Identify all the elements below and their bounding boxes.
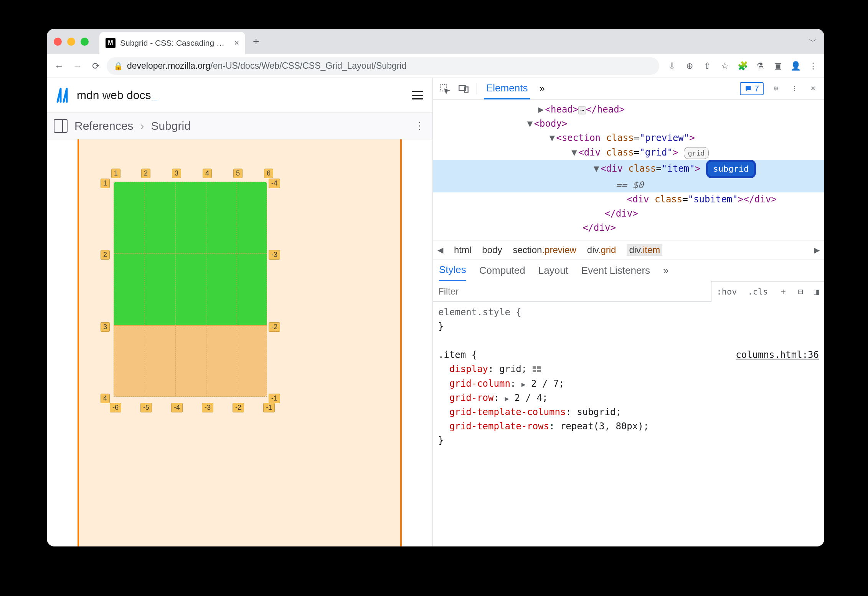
grid-line-label: -1 [269,394,280,403]
source-link[interactable]: columns.html:36 [736,348,819,362]
issues-badge[interactable]: 7 [740,82,764,95]
path-item[interactable]: html [454,245,471,255]
grid-line-label: -4 [269,179,280,188]
grid-line-label: 6 [264,169,273,178]
grid-line-label: 2 [141,169,150,178]
subgrid-badge[interactable]: subgrid [706,160,756,178]
minimize-window-button[interactable] [67,38,75,46]
computed-toggle-icon[interactable]: ⊟ [793,287,809,296]
tabs-overflow-icon[interactable]: » [537,78,547,99]
omnibox[interactable]: 🔒 developer.mozilla.org/en-US/docs/Web/C… [107,57,659,75]
grid-line-label: -4 [171,403,183,412]
grid-line-label: 4 [101,394,110,403]
toolbar-icons: ⇩ ⊕ ⇧ ☆ 🧩 ⚗ ▣ 👤 ⋮ [665,60,820,73]
url-text: developer.mozilla.org/en-US/docs/Web/CSS… [127,61,406,71]
chrome-tab-strip: M Subgrid - CSS: Cascading Style × + ﹀ [47,29,824,54]
styles-tabs: Styles Computed Layout Event Listeners » [433,260,824,281]
grid-line-label: -3 [202,403,213,412]
path-item-selected[interactable]: div.item [627,244,662,256]
breadcrumb-current: Subgrid [151,119,190,132]
tab-layout[interactable]: Layout [538,265,568,276]
share-icon[interactable]: ⇧ [701,60,714,73]
styles-rules[interactable]: element.style { } columns.html:36.item {… [433,302,824,451]
breadcrumb: References › Subgrid [74,119,191,132]
dom-tree[interactable]: ▶<head>⋯</head> ▼<body> ▼<section class=… [433,99,824,240]
chevron-right-icon: › [140,119,144,132]
page-actions-icon[interactable]: ⋯ [414,120,426,132]
tabs-overflow-icon[interactable]: » [663,265,668,276]
hov-toggle[interactable]: :hov [711,287,743,296]
chrome-menu-icon[interactable]: ⋮ [807,60,820,73]
profile-icon[interactable]: 👤 [789,60,802,73]
tab-event-listeners[interactable]: Event Listeners [581,265,650,276]
chevron-left-icon[interactable]: ◀ [437,245,443,255]
browser-tab[interactable]: M Subgrid - CSS: Cascading Style × [99,32,245,54]
menu-icon[interactable] [412,91,423,99]
grid-line-label: -6 [110,403,121,412]
cls-toggle[interactable]: .cls [743,287,774,296]
reload-button[interactable]: ⟳ [88,58,104,74]
path-item[interactable]: div.grid [587,245,616,255]
path-item[interactable]: section.preview [513,245,576,255]
sidebar-toggle-icon[interactable] [54,119,68,133]
styles-filter-row: :hov .cls ＋ ⊟ ◨ [433,281,824,302]
settings-icon[interactable]: ⚙ [770,83,782,95]
inspect-icon[interactable] [438,83,451,95]
grid-line-label: 1 [111,169,120,178]
labs-icon[interactable]: ⚗ [754,60,767,73]
tab-styles[interactable]: Styles [439,260,466,281]
grid-line-label: -3 [269,250,280,260]
back-button[interactable]: ← [51,58,67,74]
address-bar: ← → ⟳ 🔒 developer.mozilla.org/en-US/docs… [47,54,824,78]
close-window-button[interactable] [54,38,62,46]
tab-computed[interactable]: Computed [479,265,525,276]
devtools-menu-icon[interactable]: ⋮ [788,83,800,95]
devtools-panel: Elements » 7 ⚙ ⋮ ✕ ▶<head>⋯</head> [433,78,824,546]
sidepanel-icon[interactable]: ▣ [771,60,784,73]
grid-line-label: -1 [263,403,275,412]
grid-line-label: 1 [101,179,110,188]
path-item[interactable]: body [482,245,502,255]
forward-button[interactable]: → [70,58,85,74]
grid-line-label: 3 [101,322,110,332]
lock-icon: 🔒 [114,61,123,71]
window-controls [54,38,89,46]
page-content: mdn web docs_ References › Subgrid ⋯ [47,78,433,546]
devtools-close-icon[interactable]: ✕ [807,83,819,95]
tab-title: Subgrid - CSS: Cascading Style [120,38,229,48]
grid-icon[interactable] [533,366,541,372]
grid-line-label: -5 [140,403,152,412]
zoom-icon[interactable]: ⊕ [683,60,696,73]
browser-window: M Subgrid - CSS: Cascading Style × + ﹀ ←… [47,29,824,546]
maximize-window-button[interactable] [81,38,89,46]
example-preview: 1 2 3 4 5 6 1 2 3 4 -4 -3 -2 [47,139,432,546]
device-toggle-icon[interactable] [457,83,470,95]
mdn-logo-text: mdn web docs_ [77,89,157,102]
selected-dom-node[interactable]: ▼<div class="item"> subgrid [433,160,824,178]
dom-breadcrumb[interactable]: ◀ html body section.preview div.grid div… [433,240,824,260]
grid-overlay: 1 2 3 4 5 6 1 2 3 4 -4 -3 -2 [114,182,267,397]
tab-elements[interactable]: Elements [484,78,530,99]
breadcrumb-root[interactable]: References [74,119,133,132]
chevron-right-icon[interactable]: ▶ [814,245,820,255]
grid-line-label: 5 [233,169,243,178]
new-tab-button[interactable]: + [253,35,259,48]
grid-line-label: -2 [233,403,244,412]
sidebar-toggle-icon[interactable]: ◨ [809,287,824,296]
extensions-icon[interactable]: 🧩 [736,60,749,73]
mdn-logo[interactable]: mdn web docs_ [56,87,157,103]
install-icon[interactable]: ⇩ [665,60,678,73]
tab-close-icon[interactable]: × [234,38,239,48]
grid-line-label: 4 [203,169,212,178]
grid-badge[interactable]: grid [684,147,709,159]
tab-favicon: M [106,38,116,48]
grid-line-label: -2 [269,322,280,332]
new-rule-icon[interactable]: ＋ [774,286,793,297]
mdn-header: mdn web docs_ [47,78,432,113]
bookmark-icon[interactable]: ☆ [718,60,731,73]
grid-line-label: 3 [172,169,181,178]
tabs-dropdown-icon[interactable]: ﹀ [809,36,817,47]
grid-line-label: 2 [101,250,110,260]
styles-filter-input[interactable] [433,281,711,302]
breadcrumb-bar: References › Subgrid ⋯ [47,113,432,139]
